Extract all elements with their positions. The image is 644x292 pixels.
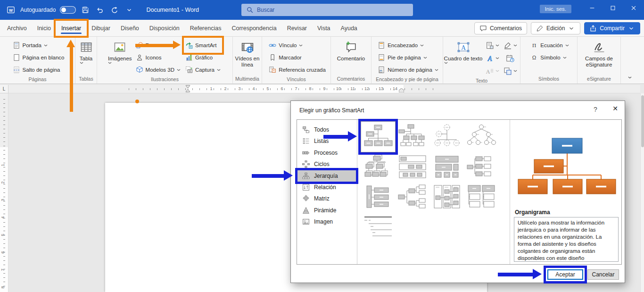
redo-icon[interactable] [109, 5, 120, 15]
search-placeholder: Buscar [257, 7, 274, 13]
ribbon-item-object[interactable] [501, 65, 519, 77]
layout-thumb-jerarquia-de-dos-grupos[interactable] [466, 184, 496, 210]
tab-stop-selector[interactable]: L [0, 85, 8, 93]
ribbon-item-simbolo[interactable]: ΩSímbolo [530, 51, 569, 64]
ribbon-item-encabezado[interactable]: Encabezado [378, 39, 438, 51]
ribbon-item-pie-de-pagina[interactable]: Pie de página [378, 51, 438, 64]
ribbon-item-vinculo[interactable]: Vínculo [269, 39, 326, 51]
ecuacion-icon: Π [530, 42, 538, 49]
ribbon-item-formas[interactable]: Formas [136, 39, 181, 51]
category-todos[interactable]: Todos [297, 124, 356, 135]
close-icon[interactable] [623, 0, 644, 16]
tab-disposicion[interactable]: Disposición [144, 21, 185, 35]
ribbon-item-videos-en-linea[interactable]: Vídeos en línea [233, 38, 262, 75]
tab-vista[interactable]: Vista [312, 21, 336, 35]
ribbon-item-tabla[interactable]: Tabla [80, 38, 93, 75]
ribbon-item-date-time[interactable] [501, 52, 519, 65]
ribbon-item-marcador[interactable]: Marcador [269, 51, 326, 64]
ribbon-item-salto-de-pagina[interactable]: Salto de página [13, 64, 65, 76]
ribbon-item-ecuacion[interactable]: ΠEcuación [530, 39, 569, 51]
scrollbar-thumb[interactable] [641, 95, 644, 147]
category-procesos[interactable]: Procesos [297, 147, 356, 159]
minimize-icon[interactable] [582, 0, 603, 16]
dialog-close-icon[interactable]: ✕ [610, 105, 621, 112]
portada-icon [13, 42, 20, 49]
tab-inicio[interactable]: Inicio [32, 21, 56, 35]
vertical-ruler[interactable]: 12345678 [0, 93, 8, 292]
search-box[interactable]: Buscar [241, 4, 413, 16]
maximize-icon[interactable] [603, 0, 623, 16]
layout-thumb-jerarquia-horizontal[interactable] [397, 184, 428, 210]
collapse-ribbon-icon[interactable] [621, 37, 639, 83]
tab-insertar[interactable]: Insertar [56, 21, 86, 35]
ribbon-group-label: Encabezado y pie de página [372, 76, 443, 83]
toolbar-overflow-icon[interactable] [124, 5, 134, 15]
tab-revisar[interactable]: Revisar [282, 21, 312, 35]
category-imagen[interactable]: Imagen [297, 216, 356, 227]
layout-thumb-lista-de-lineas[interactable] [363, 214, 393, 241]
vinculo-icon [269, 42, 276, 49]
ribbon-item-referencia-cruzada[interactable]: Referencia cruzada [269, 64, 326, 76]
tab-ayuda[interactable]: Ayuda [336, 21, 363, 35]
save-icon[interactable] [80, 5, 91, 15]
autosave-toggle[interactable] [60, 6, 76, 14]
category-listas[interactable]: Listas [297, 135, 356, 147]
right-indent-marker[interactable] [399, 88, 404, 92]
sign-in-button[interactable]: Inic. ses. [540, 5, 571, 13]
aceptar-button[interactable]: Aceptar [547, 269, 583, 280]
category-relacion[interactable]: Relación [297, 182, 356, 193]
marcador-icon [269, 54, 276, 61]
layout-thumb-jerarquia-con-circulos[interactable] [466, 124, 496, 150]
ribbon-item-signature-line[interactable] [501, 39, 519, 52]
ribbon-item-numero-de-pagina[interactable]: #Número de página [378, 64, 438, 76]
comments-button[interactable]: Comentarios [474, 22, 527, 34]
tab-referencias[interactable]: Referencias [185, 21, 227, 35]
ribbon-item-iconos[interactable]: Iconos [136, 51, 181, 64]
layout-thumb-jerarquia-de-tabla[interactable] [397, 154, 428, 180]
category-matriz[interactable]: Matriz [297, 193, 356, 204]
layout-thumb-organigrama-horizontal[interactable] [466, 154, 496, 180]
tab-correspondencia[interactable]: Correspondencia [226, 21, 281, 35]
comment-bubble-icon [479, 25, 487, 32]
category-ciclos[interactable]: Ciclos [297, 159, 356, 170]
tab-dibujar[interactable]: Dibujar [86, 21, 116, 35]
tab-archivo[interactable]: Archivo [2, 21, 32, 35]
cancelar-button[interactable]: Cancelar [587, 269, 619, 280]
svg-text:A: A [486, 68, 490, 75]
horizontal-ruler[interactable]: 1234567891011121314 [8, 85, 640, 93]
ribbon-item-grafico[interactable]: Gráfico [185, 51, 221, 64]
ribbon-item-wordart[interactable]: A [483, 52, 501, 65]
layout-thumb-organigrama[interactable] [363, 124, 393, 150]
category-jerarquia[interactable]: Jerarquía [297, 170, 356, 182]
ribbon-item-portada[interactable]: Portada [13, 39, 65, 51]
indent-markers[interactable] [185, 85, 190, 93]
ribbon-item-quick-parts[interactable] [483, 39, 501, 52]
ribbon-group-label: Tablas [75, 75, 97, 83]
layout-thumb-jerarquia-de-tabla-resaltada[interactable] [432, 154, 462, 180]
vertical-scrollbar[interactable] [640, 93, 644, 292]
ribbon-item-pagina-en-blanco[interactable]: Página en blanco [13, 51, 65, 64]
ribbon-item-modelos-3d[interactable]: Modelos 3D [136, 64, 181, 76]
share-button[interactable]: Compartir [584, 22, 640, 34]
ribbon-item-comentario[interactable]: Comentario [337, 38, 365, 75]
layout-thumb-jerarquia-con-etiquetas[interactable] [363, 154, 393, 180]
layout-thumb-organigrama-de-medio-circulo[interactable] [432, 124, 462, 150]
editing-mode-button[interactable]: Edición [531, 22, 580, 34]
numero-de-pagina-icon: # [378, 66, 385, 74]
ribbon-item-drop-cap[interactable]: A [483, 65, 501, 77]
layout-thumb-jerarquia-de-columnas[interactable] [432, 184, 462, 210]
undo-icon[interactable] [95, 5, 105, 15]
ribbon-item-smartart[interactable]: SmartArt [185, 39, 221, 51]
svg-text:A: A [461, 44, 465, 51]
tab-diseno[interactable]: Diseño [116, 21, 144, 35]
layout-thumb-organigrama-con-nombres[interactable] [397, 124, 428, 150]
annotation-orange-dot [135, 100, 139, 103]
ribbon-item-campos-de-esignature[interactable]: Campos de eSignature [578, 38, 620, 75]
layout-thumb-lista-con-barra-vertical[interactable] [363, 184, 393, 210]
ribbon-item-imagenes[interactable]: Imágenes [108, 38, 132, 76]
ribbon-item-cuadro-de-texto[interactable]: ACuadro de texto [444, 38, 483, 77]
category-piramide[interactable]: Pirámide [297, 205, 356, 216]
ribbon-group-label: Símbolos [520, 75, 577, 83]
ribbon-item-captura[interactable]: Captura [185, 64, 221, 76]
dialog-help-icon[interactable]: ? [591, 106, 600, 113]
